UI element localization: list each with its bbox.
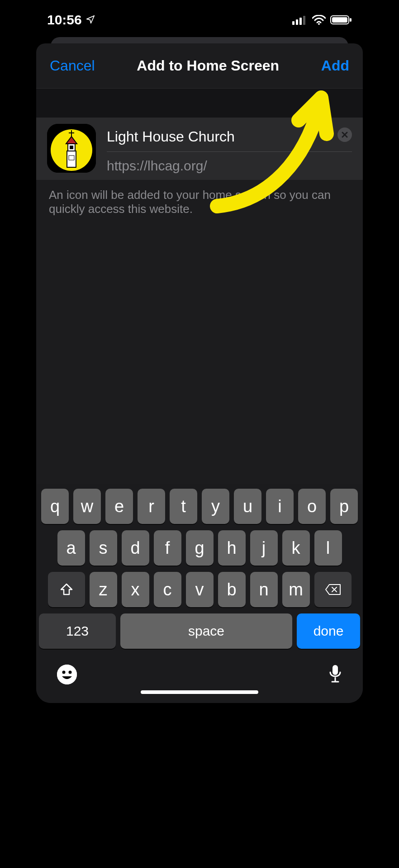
key-p[interactable]: p [330, 489, 358, 524]
keyboard-row-1: q w e r t y u i o p [39, 489, 360, 524]
content-spacer [36, 224, 363, 484]
microphone-icon [328, 664, 342, 683]
phone-frame: 10:56 [36, 0, 363, 703]
key-v[interactable]: v [186, 572, 214, 607]
emoji-keyboard-button[interactable] [57, 665, 77, 684]
svg-rect-11 [69, 156, 74, 160]
svg-rect-3 [303, 16, 305, 25]
key-d[interactable]: d [122, 530, 149, 566]
key-numbers[interactable]: 123 [39, 613, 116, 649]
key-e[interactable]: e [105, 489, 133, 524]
keyboard-bottom-bar [39, 655, 360, 687]
key-space[interactable]: space [120, 613, 292, 649]
key-h[interactable]: h [218, 530, 246, 566]
emoji-icon [57, 665, 77, 684]
svg-rect-2 [299, 18, 302, 25]
key-n[interactable]: n [250, 572, 278, 607]
shift-icon [60, 583, 73, 596]
svg-point-23 [69, 671, 72, 674]
svg-rect-6 [332, 17, 347, 23]
key-k[interactable]: k [282, 530, 310, 566]
svg-point-22 [62, 671, 66, 674]
keyboard-row-2: a s d f g h j k l [39, 530, 360, 566]
sheet-title: Add to Home Screen [137, 57, 279, 74]
location-arrow-icon [86, 12, 95, 28]
website-icon [47, 124, 96, 173]
svg-rect-1 [296, 19, 298, 25]
wifi-icon [312, 15, 326, 25]
svg-rect-7 [350, 18, 352, 22]
key-o[interactable]: o [298, 489, 326, 524]
backspace-icon [325, 584, 341, 595]
key-y[interactable]: y [202, 489, 229, 524]
status-time: 10:56 [47, 12, 82, 28]
svg-rect-24 [332, 665, 338, 675]
battery-icon [330, 15, 352, 25]
svg-rect-0 [292, 21, 294, 25]
key-r[interactable]: r [138, 489, 165, 524]
clear-text-button[interactable] [337, 127, 352, 142]
cellular-signal-icon [292, 15, 308, 25]
key-c[interactable]: c [154, 572, 181, 607]
keyboard-row-4: 123 space done [39, 613, 360, 649]
cancel-button[interactable]: Cancel [50, 57, 95, 74]
svg-point-4 [318, 23, 320, 25]
svg-point-21 [57, 665, 77, 684]
key-z[interactable]: z [90, 572, 117, 607]
home-indicator[interactable] [141, 690, 258, 694]
key-backspace[interactable] [314, 572, 352, 607]
key-shift[interactable] [48, 572, 85, 607]
form-section: https://lhcag.org/ [36, 118, 363, 180]
key-done[interactable]: done [297, 613, 360, 649]
key-w[interactable]: w [73, 489, 101, 524]
key-j[interactable]: j [250, 530, 278, 566]
shortcut-title-input[interactable] [107, 126, 352, 151]
key-u[interactable]: u [234, 489, 261, 524]
key-l[interactable]: l [314, 530, 342, 566]
key-q[interactable]: q [41, 489, 69, 524]
shortcut-url: https://lhcag.org/ [107, 152, 352, 174]
key-g[interactable]: g [186, 530, 214, 566]
status-bar: 10:56 [36, 0, 363, 40]
helper-text: An icon will be added to your home scree… [36, 180, 363, 224]
sheet-header: Cancel Add to Home Screen Add [36, 43, 363, 89]
key-i[interactable]: i [266, 489, 294, 524]
key-a[interactable]: a [57, 530, 85, 566]
key-x[interactable]: x [122, 572, 149, 607]
key-m[interactable]: m [282, 572, 310, 607]
key-t[interactable]: t [170, 489, 197, 524]
add-to-home-sheet: Cancel Add to Home Screen Add [36, 43, 363, 703]
key-b[interactable]: b [218, 572, 246, 607]
add-button[interactable]: Add [321, 57, 349, 74]
header-spacer [36, 89, 363, 118]
key-s[interactable]: s [90, 530, 117, 566]
keyboard-row-3: z x c v b n m [39, 572, 360, 607]
key-f[interactable]: f [154, 530, 181, 566]
keyboard: q w e r t y u i o p a s d f g h j k l [36, 484, 363, 703]
dictation-button[interactable] [328, 664, 342, 685]
svg-rect-13 [70, 146, 73, 149]
